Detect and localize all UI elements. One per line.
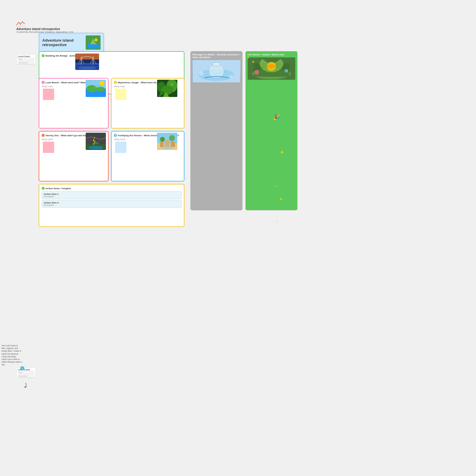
info-icon: ℹ [114,134,117,137]
panel-lifesavers-header: Life Savers - Kudos / Shout outs [248,53,295,56]
arrow-down-icon [22,382,28,388]
action-items-list: Action Item 1DescriptionAction Item 2Des… [42,191,181,208]
svg-point-29 [88,146,103,149]
retro-header-image [86,35,101,50]
svg-rect-40 [209,65,224,78]
star-4: ✦ [275,184,278,188]
beach-sticky-note[interactable] [43,89,54,100]
action-check-icon: ✓ [42,187,45,190]
star-2: ✦ [251,60,255,64]
stormy-image [86,133,106,150]
action-item-card[interactable]: Action Item 2Description [42,200,181,208]
star-6: ✦ [276,220,278,223]
svg-point-21 [100,81,104,86]
warning-icon: ! [42,134,45,137]
top-logo: Adventure island retrospective Created B… [16,21,73,33]
lucid-cards-bottom: Lucid Cards Title Description [16,367,36,378]
bottom-tooltip: Use Lucid Cards to plan, organize, and a… [1,344,22,366]
svg-point-35 [160,137,165,142]
bottle-image [192,60,240,82]
svg-point-42 [199,71,204,76]
svg-rect-33 [165,140,170,147]
info-circle-button[interactable]: i [20,366,24,370]
fortifying-image [157,133,177,150]
svg-rect-41 [213,62,220,66]
logo-icon [16,21,25,27]
heart-icon: ♥ [42,81,45,84]
panel-message-header: Message in a Bottle - General comments /… [192,53,240,59]
star-1: ✦ [246,55,250,60]
retro-header-card: Adventure island retrospective [39,33,104,52]
star-5: ✦ [279,196,283,202]
lucid-cards-top-tooltip: Lucid Cards Title Description [16,54,36,65]
fortifying-sticky-label: Sticky notes [114,138,128,140]
svg-point-26 [171,83,173,85]
panel-bridge-header: ✓ Building the Bridge - Action Items [42,54,181,57]
svg-point-48 [254,70,259,75]
panel-action: ✓ Action Items / Insights Action Item 1D… [39,184,184,227]
svg-point-43 [230,75,233,78]
lucid-cards-desc-field[interactable]: Description [18,61,34,64]
lucid-cards-bottom-desc[interactable]: Description [18,375,34,378]
question-icon: ? [114,81,117,84]
action-item-card[interactable]: Action Item 1Description [42,191,181,199]
lucid-cards-title-field[interactable]: Title [18,58,34,61]
svg-point-36 [169,135,175,141]
fortifying-sticky-note[interactable] [115,142,126,153]
panel-action-label: Action Items / Insights [46,187,71,190]
svg-rect-34 [171,142,175,147]
lucid-cards-bottom-title[interactable]: Title [18,371,34,374]
svg-point-16 [78,66,96,69]
beach-image [86,80,106,97]
star-3: ✦ [280,149,285,156]
panel-lifesavers: Life Savers - Kudos / Shout outs [245,51,298,210]
jungle-sticky-label: Sticky notes [114,85,128,87]
panel-message: Message in a Bottle - General comments /… [190,51,242,210]
svg-rect-32 [160,141,164,147]
stormy-sticky-label: Sticky notes [42,138,55,140]
panel-action-header: ✓ Action Items / Insights [42,187,181,190]
retro-header-title: Adventure island retrospective [42,38,83,47]
bridge-image [75,54,99,70]
svg-point-19 [86,85,97,92]
jungle-sticky-note[interactable] [115,89,126,100]
beach-sticky-label: Sticky notes [42,85,55,87]
logo-title: Adventure island retrospective [16,27,73,31]
svg-point-37 [161,146,173,149]
svg-point-20 [96,87,105,92]
check-icon: ✓ [42,54,45,57]
svg-point-49 [285,69,288,73]
stormy-sticky-note[interactable] [43,142,54,153]
party-popper: 🎉 [273,114,280,121]
jungle-image [157,80,177,97]
svg-point-4 [95,38,98,41]
lucid-cards-label: Lucid Cards [18,55,34,57]
